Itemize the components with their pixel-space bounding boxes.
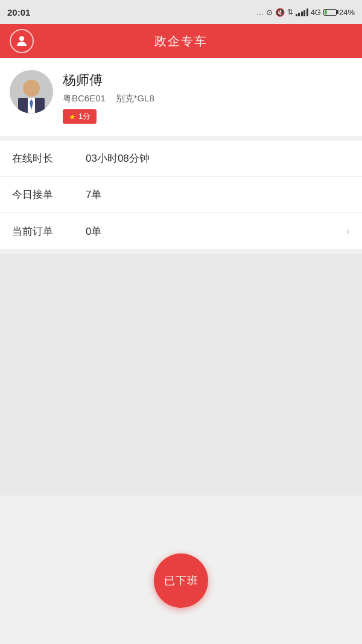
car-model: 别克*GL8 [116,93,154,103]
off-duty-button[interactable]: 已下班 [154,553,208,608]
bottom-action-area: 已下班 [0,553,362,608]
signal-icon [296,8,308,16]
ring-icon: ⊙ [266,8,273,17]
app-title: 政企专车 [154,33,208,49]
mute-icon: 🔇 [275,8,285,17]
profile-card: 杨师傅 粤BC6E01 别克*GL8 ★ 1分 [0,58,362,136]
status-time: 20:01 [7,7,30,18]
stat-label-1: 今日接单 [12,188,66,202]
status-dots: ... [257,8,264,17]
stat-label-2: 当前订单 [12,225,66,238]
svg-point-0 [19,36,24,41]
network-type: 4G [311,8,321,17]
rating-value: 1分 [78,111,91,122]
battery-icon [323,9,337,16]
stat-row-online-duration: 在线时长 03小时08分钟 [0,141,362,177]
driver-plate-car: 粤BC6E01 别克*GL8 [63,93,352,104]
star-icon: ★ [69,112,76,121]
app-header: 政企专车 [0,24,362,58]
data-arrows-icon: ⇅ [287,8,293,16]
battery-percent: 24% [339,8,355,17]
stats-list: 在线时长 03小时08分钟 今日接单 7单 当前订单 0单 › [0,141,362,249]
map-area [0,254,362,496]
driver-avatar [10,70,53,113]
plate-number: 粤BC6E01 [63,93,106,103]
driver-name: 杨师傅 [63,71,352,89]
driver-rating-badge: ★ 1分 [63,109,97,124]
status-bar: 20:01 ... ⊙ 🔇 ⇅ 4G 24% [0,0,362,24]
status-icons: ... ⊙ 🔇 ⇅ 4G 24% [257,8,355,17]
profile-button[interactable] [10,29,34,53]
chevron-right-icon: › [346,225,350,238]
svg-point-5 [23,80,40,97]
stat-value-1: 7单 [86,188,350,202]
stat-row-current-orders[interactable]: 当前订单 0单 › [0,213,362,249]
user-icon [14,34,29,48]
driver-info: 杨师傅 粤BC6E01 别克*GL8 ★ 1分 [63,70,352,124]
avatar-silhouette [10,70,53,113]
stat-label-0: 在线时长 [12,151,66,165]
stat-row-today-orders: 今日接单 7单 [0,177,362,213]
stat-value-0: 03小时08分钟 [86,151,350,165]
stat-value-2: 0单 [86,225,327,238]
